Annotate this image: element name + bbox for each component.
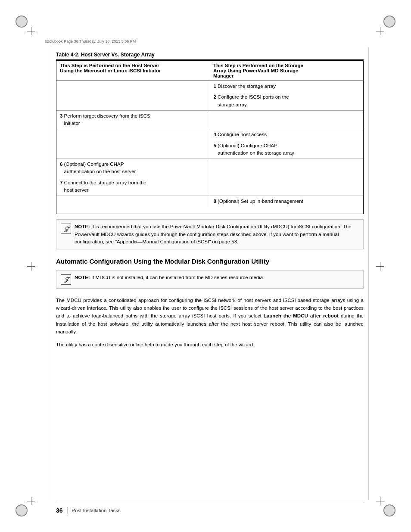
cell-left: 3 Perform target discovery from the iSCS… xyxy=(56,110,210,129)
footer-section-text: Post Installation Tasks xyxy=(72,508,121,513)
col2-header: This Step is Performed on the Storage Ar… xyxy=(210,60,363,81)
header-bar: book.book Page 36 Thursday, July 18, 201… xyxy=(43,38,368,45)
table-row: 6 (Optional) Configure CHAP authenticati… xyxy=(56,159,363,177)
table-caption: Table 4-2. Host Server Vs. Storage Array xyxy=(56,52,364,58)
note-label-1: NOTE: xyxy=(75,224,90,229)
body-paragraph-1: The MDCU provides a consolidated approac… xyxy=(56,296,364,336)
cell-left xyxy=(56,92,210,110)
col1-header: This Step is Performed on the Host Serve… xyxy=(56,60,210,81)
table-row: 2 Configure the iSCSI ports on the stora… xyxy=(56,92,363,110)
header-text: book.book Page 36 Thursday, July 18, 201… xyxy=(45,39,136,44)
table-row: 8 (Optional) Set up in-band management xyxy=(56,196,363,207)
crosshair-ml xyxy=(27,262,35,271)
cell-right: 8 (Optional) Set up in-band management xyxy=(210,196,363,207)
footer: 36 | Post Installation Tasks xyxy=(56,503,364,515)
table-wrapper: This Step is Performed on the Host Serve… xyxy=(56,59,364,214)
cell-left: 7 Connect to the storage array from the … xyxy=(56,177,210,196)
host-storage-table: This Step is Performed on the Host Serve… xyxy=(56,60,363,207)
note-content-1: It is recommended that you use the Power… xyxy=(75,224,352,244)
crosshair-bl xyxy=(27,497,35,505)
note-icon-2: 𝒵 xyxy=(61,274,71,285)
footer-page-number: 36 xyxy=(56,507,63,514)
cell-right: 2 Configure the iSCSI ports on the stora… xyxy=(210,92,363,110)
table-header-row: This Step is Performed on the Host Serve… xyxy=(56,60,363,81)
note-box-2: 𝒵 NOTE: If MDCU is not installed, it can… xyxy=(56,270,364,289)
cell-left xyxy=(56,140,210,159)
body-paragraph-2: The utility has a context sensitive onli… xyxy=(56,341,364,348)
table-row: 7 Connect to the storage array from the … xyxy=(56,177,363,196)
note-icon-1: 𝒵 xyxy=(61,224,71,234)
table-row: 1 Discover the storage array xyxy=(56,81,363,92)
note-text-1: NOTE: It is recommended that you use the… xyxy=(75,223,359,246)
cell-left xyxy=(56,81,210,92)
cell-right xyxy=(210,177,363,196)
cell-left xyxy=(56,129,210,140)
note-content-2: If MDCU is not installed, it can be inst… xyxy=(90,275,265,280)
main-content: Table 4-2. Host Server Vs. Storage Array… xyxy=(56,52,364,498)
table-row: 3 Perform target discovery from the iSCS… xyxy=(56,110,363,129)
table-body: 1 Discover the storage array 2 Configure… xyxy=(56,81,363,207)
note-box-1: 𝒵 NOTE: It is recommended that you use t… xyxy=(56,219,364,249)
cell-right: 4 Configure host access xyxy=(210,129,363,140)
section-heading: Automatic Configuration Using the Modula… xyxy=(56,257,364,266)
side-line-right xyxy=(368,47,369,500)
crosshair-br xyxy=(376,497,384,505)
para1-bold: Launch the MDCU after reboot xyxy=(264,313,339,318)
cell-left: 6 (Optional) Configure CHAP authenticati… xyxy=(56,159,210,177)
side-line-left xyxy=(51,47,51,500)
crosshair-tr xyxy=(376,27,384,35)
cell-left xyxy=(56,196,210,207)
crosshair-mr xyxy=(376,262,384,271)
cell-right xyxy=(210,159,363,177)
crosshair-tl xyxy=(27,27,35,35)
note-label-2: NOTE: xyxy=(75,275,90,280)
cell-right xyxy=(210,110,363,129)
cell-right: 5 (Optional) Configure CHAP authenticati… xyxy=(210,140,363,159)
table-row: 4 Configure host access xyxy=(56,129,363,140)
cell-right: 1 Discover the storage array xyxy=(210,81,363,92)
footer-divider: | xyxy=(66,506,68,515)
note-text-2: NOTE: If MDCU is not installed, it can b… xyxy=(75,274,359,281)
table-row: 5 (Optional) Configure CHAP authenticati… xyxy=(56,140,363,159)
